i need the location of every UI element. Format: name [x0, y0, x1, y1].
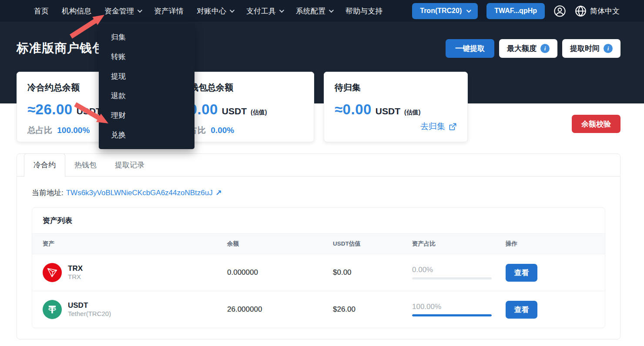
- button-label: 提取时间: [570, 43, 600, 53]
- summary-cards: 冷合约总余额 ≈26.00 USDT (估值) 总占比 100.00% 热钱包总…: [17, 72, 468, 142]
- view-usdt-button[interactable]: 查看: [506, 301, 537, 319]
- asset-table-header: 资产 余额 USDT估值 资产占比 操作: [32, 234, 605, 254]
- nav-item-system-config[interactable]: 系统配置: [296, 6, 332, 16]
- progress-fill: [412, 314, 492, 316]
- wallet-tabs: 冷合约 热钱包 提取记录: [17, 154, 620, 176]
- share-progress: 100.00%: [412, 303, 492, 316]
- card-value: ≈0.00: [335, 101, 372, 118]
- go-collect-link[interactable]: 去归集: [420, 121, 457, 132]
- usdt-coin-icon: [43, 300, 62, 319]
- user-account-icon[interactable]: [553, 5, 566, 17]
- card-unit: USDT: [222, 106, 247, 116]
- asset-list-card: 资产列表 资产 余额 USDT估值 资产占比 操作: [32, 207, 605, 328]
- nav-item-org-info[interactable]: 机构信息: [62, 6, 91, 16]
- balance-value: 0.000000: [227, 268, 333, 277]
- wallet-panel: 冷合约 热钱包 提取记录 当前地址: TWs6k3yVoBLWNieCKcbGA…: [17, 153, 621, 339]
- coin-symbol: USDT: [68, 301, 111, 310]
- table-row-trx: TRX TRX 0.000000 $0.00 0.00% 查看: [32, 254, 605, 291]
- main-menu: 首页 机构信息 资金管理 资产详情 对账中心 支付工具 系统配置: [0, 6, 382, 16]
- coin-name: Tether(TRC20): [68, 310, 111, 318]
- menu-item-transfer[interactable]: 转账: [99, 47, 195, 67]
- nav-item-label: 系统配置: [296, 6, 325, 16]
- menu-item-exchange[interactable]: 兑换: [99, 125, 195, 145]
- chevron-down-icon: [279, 8, 284, 13]
- tab-cold-contract[interactable]: 冷合约: [24, 153, 65, 176]
- menu-item-finance[interactable]: 理财: [99, 106, 195, 125]
- chevron-down-icon: [138, 8, 142, 13]
- card-pending-collection: 待归集 ≈0.00 USDT (估值) 去归集: [324, 72, 468, 142]
- menu-item-withdraw[interactable]: 提现: [99, 67, 195, 86]
- share-percent-label: 100.00%: [412, 303, 492, 311]
- card-unit: USDT: [77, 106, 101, 116]
- menu-item-refund[interactable]: 退款: [99, 86, 195, 106]
- tab-hot-wallet[interactable]: 热钱包: [65, 154, 106, 176]
- arrow-up-right-icon: ↗: [215, 188, 222, 198]
- nav-item-payment-tools[interactable]: 支付工具: [246, 6, 283, 16]
- top-navbar: 首页 机构信息 资金管理 资产详情 对账中心 支付工具 系统配置: [0, 0, 644, 22]
- one-click-withdraw-button[interactable]: 一键提取: [446, 39, 494, 58]
- card-note: (估值): [404, 109, 420, 116]
- balance-value: 26.000000: [227, 305, 333, 314]
- wallet-address-label: TWAF...qpHp: [494, 7, 537, 15]
- nav-item-reconciliation-center[interactable]: 对账中心: [197, 6, 233, 16]
- balance-verify-button[interactable]: 余额校验: [572, 115, 621, 133]
- col-balance: 余额: [227, 240, 333, 248]
- button-label: 最大额度: [507, 43, 537, 53]
- network-label: Tron(TRC20): [420, 7, 462, 15]
- share-value: 100.00%: [57, 126, 90, 135]
- card-note: (估值): [251, 109, 267, 116]
- wallet-address-button[interactable]: TWAF...qpHp: [486, 3, 545, 19]
- coin-symbol: TRX: [68, 264, 83, 273]
- col-asset-share: 资产占比: [412, 240, 506, 248]
- view-trx-button[interactable]: 查看: [506, 264, 537, 282]
- address-link[interactable]: TWs6k3yVoBLWNieCKcbGA6z44zoNBtz6uJ ↗: [66, 188, 222, 198]
- navbar-right: Tron(TRC20) TWAF...qpHp 简体中文: [412, 3, 644, 19]
- max-limit-button[interactable]: 最大额度 i: [499, 39, 557, 58]
- chevron-down-icon: [230, 8, 235, 13]
- share-value: 0.00%: [211, 126, 234, 135]
- globe-icon: [575, 5, 587, 17]
- nav-item-label: 帮助与支持: [345, 6, 382, 16]
- external-link-icon: [449, 123, 457, 131]
- nav-item-home[interactable]: 首页: [34, 6, 49, 16]
- card-unit: USDT: [376, 106, 400, 116]
- current-address-row: 当前地址: TWs6k3yVoBLWNieCKcbGA6z44zoNBtz6uJ…: [17, 176, 620, 198]
- card-value: ≈26.00: [27, 101, 73, 118]
- coin-name: TRX: [68, 273, 83, 281]
- progress-track: [412, 277, 492, 279]
- info-icon[interactable]: i: [604, 44, 613, 53]
- progress-track: [412, 314, 492, 316]
- hero-actions: 一键提取 最大额度 i 提取时间 i: [446, 39, 621, 58]
- funds-management-dropdown: 归集 转账 提现 退款 理财 兑换: [99, 24, 195, 149]
- nav-item-label: 机构信息: [62, 6, 91, 16]
- share-label: 总占比: [27, 126, 52, 135]
- nav-item-funds-management[interactable]: 资金管理: [104, 6, 141, 16]
- col-usdt-value: USDT估值: [333, 240, 412, 248]
- info-icon[interactable]: i: [540, 44, 550, 53]
- nav-item-asset-details[interactable]: 资产详情: [154, 6, 184, 16]
- menu-item-collect[interactable]: 归集: [99, 27, 195, 47]
- language-switcher[interactable]: 简体中文: [575, 5, 620, 17]
- table-row-usdt: USDT Tether(TRC20) 26.000000 $26.00 100.…: [32, 291, 605, 328]
- nav-item-label: 资产详情: [154, 6, 184, 16]
- language-label: 简体中文: [590, 6, 620, 16]
- usdt-value: $26.00: [333, 305, 412, 314]
- nav-item-label: 对账中心: [197, 6, 226, 16]
- share-percent-label: 0.00%: [412, 266, 492, 274]
- page: 首页 机构信息 资金管理 资产详情 对账中心 支付工具 系统配置: [0, 0, 644, 346]
- trx-coin-icon: [43, 263, 62, 282]
- chevron-down-icon: [466, 8, 471, 13]
- page-title: 标准版商户钱包: [17, 40, 105, 57]
- col-asset: 资产: [32, 240, 227, 248]
- tab-withdraw-records[interactable]: 提取记录: [106, 154, 154, 176]
- chevron-down-icon: [329, 8, 334, 13]
- button-label: 一键提取: [455, 43, 485, 53]
- network-select-button[interactable]: Tron(TRC20): [412, 3, 478, 19]
- share-progress: 0.00%: [412, 266, 492, 279]
- nav-item-label: 资金管理: [104, 6, 134, 16]
- card-title: 热钱包总余额: [181, 82, 303, 93]
- nav-item-help-support[interactable]: 帮助与支持: [345, 6, 382, 16]
- card-title: 待归集: [335, 82, 457, 93]
- address-value: TWs6k3yVoBLWNieCKcbGA6z44zoNBtz6uJ: [66, 189, 213, 197]
- withdraw-time-button[interactable]: 提取时间 i: [562, 39, 621, 58]
